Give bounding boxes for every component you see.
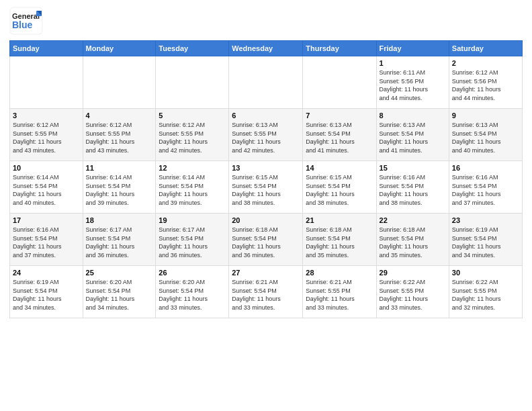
day-cell xyxy=(83,56,156,109)
day-info: Sunrise: 6:17 AMSunset: 5:54 PMDaylight:… xyxy=(159,226,226,259)
day-info: Sunrise: 6:15 AMSunset: 5:54 PMDaylight:… xyxy=(306,173,373,207)
day-cell: 12Sunrise: 6:14 AMSunset: 5:54 PMDayligh… xyxy=(156,161,229,214)
week-row-5: 24Sunrise: 6:19 AMSunset: 5:54 PMDayligh… xyxy=(10,266,523,318)
day-info: Sunrise: 6:11 AMSunset: 5:56 PMDaylight:… xyxy=(380,68,446,102)
day-cell: 29Sunrise: 6:22 AMSunset: 5:55 PMDayligh… xyxy=(376,266,449,318)
day-info: Sunrise: 6:13 AMSunset: 5:54 PMDaylight:… xyxy=(380,121,446,154)
day-number: 2 xyxy=(452,59,519,67)
day-cell: 18Sunrise: 6:17 AMSunset: 5:54 PMDayligh… xyxy=(83,214,156,266)
calendar-body: 1Sunrise: 6:11 AMSunset: 5:56 PMDaylight… xyxy=(10,56,523,318)
day-number: 28 xyxy=(306,269,373,277)
day-info: Sunrise: 6:14 AMSunset: 5:54 PMDaylight:… xyxy=(13,173,80,207)
day-number: 9 xyxy=(452,111,519,120)
day-cell: 11Sunrise: 6:14 AMSunset: 5:54 PMDayligh… xyxy=(83,161,156,214)
day-number: 14 xyxy=(306,164,373,172)
day-number: 20 xyxy=(232,216,300,224)
weekday-friday: Friday xyxy=(376,41,449,56)
day-cell: 6Sunrise: 6:13 AMSunset: 5:55 PMDaylight… xyxy=(229,109,303,161)
day-number: 27 xyxy=(232,269,300,277)
day-info: Sunrise: 6:12 AMSunset: 5:55 PMDaylight:… xyxy=(13,121,80,154)
day-info: Sunrise: 6:21 AMSunset: 5:54 PMDaylight:… xyxy=(232,278,300,312)
week-row-3: 10Sunrise: 6:14 AMSunset: 5:54 PMDayligh… xyxy=(10,161,523,214)
day-cell: 9Sunrise: 6:13 AMSunset: 5:54 PMDaylight… xyxy=(449,109,522,161)
weekday-sunday: Sunday xyxy=(10,41,83,56)
day-info: Sunrise: 6:14 AMSunset: 5:54 PMDaylight:… xyxy=(159,173,226,207)
calendar-header: SundayMondayTuesdayWednesdayThursdayFrid… xyxy=(10,41,523,56)
day-cell: 27Sunrise: 6:21 AMSunset: 5:54 PMDayligh… xyxy=(229,266,303,318)
day-number: 24 xyxy=(13,269,80,277)
day-info: Sunrise: 6:13 AMSunset: 5:55 PMDaylight:… xyxy=(232,121,300,154)
day-number: 29 xyxy=(380,269,446,277)
day-cell: 24Sunrise: 6:19 AMSunset: 5:54 PMDayligh… xyxy=(10,266,83,318)
day-number: 26 xyxy=(159,269,226,277)
weekday-monday: Monday xyxy=(83,41,156,56)
day-info: Sunrise: 6:22 AMSunset: 5:55 PMDaylight:… xyxy=(380,278,446,312)
day-number: 3 xyxy=(13,111,80,120)
logo: General Blue xyxy=(9,7,43,35)
day-info: Sunrise: 6:18 AMSunset: 5:54 PMDaylight:… xyxy=(306,226,373,259)
calendar-table: SundayMondayTuesdayWednesdayThursdayFrid… xyxy=(9,40,523,318)
svg-text:Blue: Blue xyxy=(12,19,33,30)
day-cell: 26Sunrise: 6:20 AMSunset: 5:54 PMDayligh… xyxy=(156,266,229,318)
week-row-1: 1Sunrise: 6:11 AMSunset: 5:56 PMDaylight… xyxy=(10,56,523,109)
week-row-4: 17Sunrise: 6:16 AMSunset: 5:54 PMDayligh… xyxy=(10,214,523,266)
day-cell: 15Sunrise: 6:16 AMSunset: 5:54 PMDayligh… xyxy=(376,161,449,214)
day-cell: 10Sunrise: 6:14 AMSunset: 5:54 PMDayligh… xyxy=(10,161,83,214)
day-cell: 8Sunrise: 6:13 AMSunset: 5:54 PMDaylight… xyxy=(376,109,449,161)
week-row-2: 3Sunrise: 6:12 AMSunset: 5:55 PMDaylight… xyxy=(10,109,523,161)
day-info: Sunrise: 6:21 AMSunset: 5:55 PMDaylight:… xyxy=(306,278,373,312)
day-info: Sunrise: 6:19 AMSunset: 5:54 PMDaylight:… xyxy=(452,226,519,259)
header: General Blue xyxy=(9,7,523,35)
day-cell: 14Sunrise: 6:15 AMSunset: 5:54 PMDayligh… xyxy=(303,161,376,214)
day-cell: 30Sunrise: 6:22 AMSunset: 5:55 PMDayligh… xyxy=(449,266,522,318)
day-info: Sunrise: 6:18 AMSunset: 5:54 PMDaylight:… xyxy=(232,226,300,259)
day-cell xyxy=(303,56,376,109)
day-cell: 17Sunrise: 6:16 AMSunset: 5:54 PMDayligh… xyxy=(10,214,83,266)
day-cell: 28Sunrise: 6:21 AMSunset: 5:55 PMDayligh… xyxy=(303,266,376,318)
day-info: Sunrise: 6:12 AMSunset: 5:55 PMDaylight:… xyxy=(86,121,153,154)
day-info: Sunrise: 6:16 AMSunset: 5:54 PMDaylight:… xyxy=(13,226,80,259)
day-number: 21 xyxy=(306,216,373,224)
day-number: 1 xyxy=(380,59,446,67)
day-number: 7 xyxy=(306,111,373,120)
weekday-wednesday: Wednesday xyxy=(229,41,303,56)
day-info: Sunrise: 6:17 AMSunset: 5:54 PMDaylight:… xyxy=(86,226,153,259)
weekday-tuesday: Tuesday xyxy=(156,41,229,56)
day-number: 16 xyxy=(452,164,519,172)
day-number: 4 xyxy=(86,111,153,120)
day-cell: 16Sunrise: 6:16 AMSunset: 5:54 PMDayligh… xyxy=(449,161,522,214)
day-info: Sunrise: 6:18 AMSunset: 5:54 PMDaylight:… xyxy=(380,226,446,259)
page-container: General Blue SundayMondayTuesdayWednesda… xyxy=(0,0,532,411)
day-info: Sunrise: 6:14 AMSunset: 5:54 PMDaylight:… xyxy=(86,173,153,207)
day-cell: 4Sunrise: 6:12 AMSunset: 5:55 PMDaylight… xyxy=(83,109,156,161)
day-number: 17 xyxy=(13,216,80,224)
day-cell: 7Sunrise: 6:13 AMSunset: 5:54 PMDaylight… xyxy=(303,109,376,161)
day-number: 22 xyxy=(380,216,446,224)
day-number: 13 xyxy=(232,164,300,172)
day-info: Sunrise: 6:13 AMSunset: 5:54 PMDaylight:… xyxy=(452,121,519,154)
day-number: 30 xyxy=(452,269,519,277)
day-info: Sunrise: 6:16 AMSunset: 5:54 PMDaylight:… xyxy=(452,173,519,207)
day-info: Sunrise: 6:16 AMSunset: 5:54 PMDaylight:… xyxy=(380,173,446,207)
day-cell: 1Sunrise: 6:11 AMSunset: 5:56 PMDaylight… xyxy=(376,56,449,109)
day-cell: 5Sunrise: 6:12 AMSunset: 5:55 PMDaylight… xyxy=(156,109,229,161)
weekday-saturday: Saturday xyxy=(449,41,522,56)
day-info: Sunrise: 6:12 AMSunset: 5:56 PMDaylight:… xyxy=(452,68,519,102)
day-cell: 25Sunrise: 6:20 AMSunset: 5:54 PMDayligh… xyxy=(83,266,156,318)
day-info: Sunrise: 6:20 AMSunset: 5:54 PMDaylight:… xyxy=(86,278,153,312)
day-info: Sunrise: 6:12 AMSunset: 5:55 PMDaylight:… xyxy=(159,121,226,154)
day-info: Sunrise: 6:15 AMSunset: 5:54 PMDaylight:… xyxy=(232,173,300,207)
weekday-thursday: Thursday xyxy=(303,41,376,56)
day-cell: 2Sunrise: 6:12 AMSunset: 5:56 PMDaylight… xyxy=(449,56,522,109)
day-info: Sunrise: 6:13 AMSunset: 5:54 PMDaylight:… xyxy=(306,121,373,154)
day-number: 19 xyxy=(159,216,226,224)
day-info: Sunrise: 6:20 AMSunset: 5:54 PMDaylight:… xyxy=(159,278,226,312)
day-number: 8 xyxy=(380,111,446,120)
day-cell: 13Sunrise: 6:15 AMSunset: 5:54 PMDayligh… xyxy=(229,161,303,214)
day-number: 18 xyxy=(86,216,153,224)
day-info: Sunrise: 6:22 AMSunset: 5:55 PMDaylight:… xyxy=(452,278,519,312)
day-cell: 20Sunrise: 6:18 AMSunset: 5:54 PMDayligh… xyxy=(229,214,303,266)
day-cell: 3Sunrise: 6:12 AMSunset: 5:55 PMDaylight… xyxy=(10,109,83,161)
day-number: 5 xyxy=(159,111,226,120)
day-cell: 21Sunrise: 6:18 AMSunset: 5:54 PMDayligh… xyxy=(303,214,376,266)
